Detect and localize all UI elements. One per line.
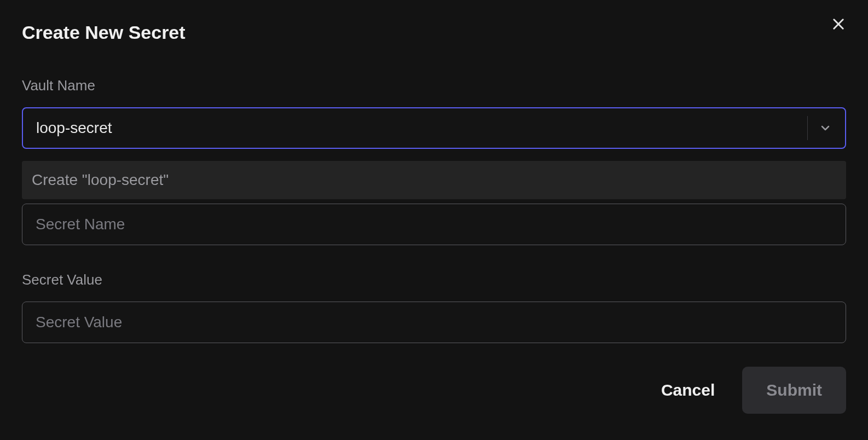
modal-title: Create New Secret (22, 22, 846, 43)
secret-name-input[interactable] (22, 204, 846, 245)
secret-value-group: Secret Value (22, 271, 846, 343)
vault-name-combobox[interactable] (22, 107, 846, 149)
create-vault-option[interactable]: Create "loop-secret" (22, 161, 846, 199)
chevron-down-icon[interactable] (819, 121, 832, 135)
vault-name-group: Vault Name Create "loop-secret" (22, 77, 846, 245)
close-icon[interactable] (831, 16, 846, 34)
secret-name-wrapper (22, 204, 846, 245)
vault-name-input[interactable] (36, 119, 802, 137)
create-secret-modal: Create New Secret Vault Name Create "loo… (0, 0, 868, 440)
cancel-button[interactable]: Cancel (656, 370, 720, 410)
submit-button[interactable]: Submit (742, 367, 846, 414)
combobox-divider (807, 116, 808, 140)
vault-name-combobox-wrapper: Create "loop-secret" (22, 107, 846, 199)
vault-name-label: Vault Name (22, 77, 846, 94)
secret-value-input[interactable] (22, 302, 846, 343)
secret-value-label: Secret Value (22, 271, 846, 288)
button-row: Cancel Submit (656, 367, 846, 414)
